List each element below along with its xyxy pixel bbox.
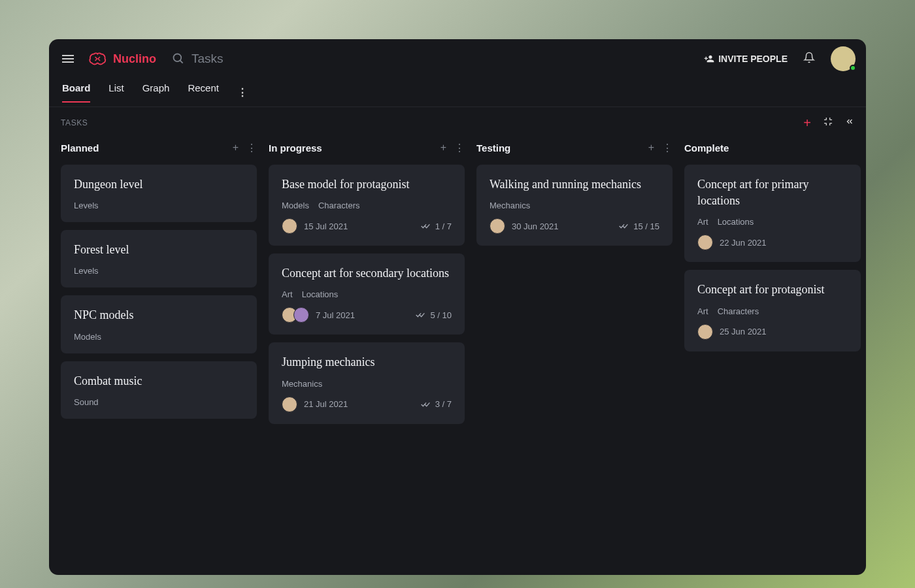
- assignee-avatars: [282, 307, 309, 323]
- card-date: 21 Jul 2021: [304, 399, 348, 409]
- tab-board[interactable]: Board: [62, 82, 90, 103]
- tab-list[interactable]: List: [108, 82, 124, 103]
- card-footer: 25 Jun 2021: [697, 324, 848, 340]
- column: In progress+⋮Base model for protagonistM…: [269, 139, 465, 563]
- card-footer: 21 Jul 20213 / 7: [282, 397, 452, 412]
- card-tag: Models: [282, 201, 309, 210]
- column-add-button[interactable]: +: [648, 142, 654, 154]
- card-tag: Models: [74, 332, 101, 342]
- card-tags: Mechanics: [490, 201, 659, 210]
- card-tag: Art: [697, 306, 708, 316]
- column: CompleteConcept art for primary location…: [684, 139, 861, 563]
- card-tag: Characters: [718, 306, 759, 316]
- progress-text: 15 / 15: [633, 221, 659, 231]
- notifications-button[interactable]: [799, 48, 819, 70]
- task-card[interactable]: Concept art for secondary locationsArtLo…: [269, 253, 465, 335]
- card-footer: 7 Jul 20215 / 10: [282, 307, 452, 323]
- card-footer-left: 21 Jul 2021: [282, 397, 348, 412]
- progress-text: 1 / 7: [435, 221, 452, 231]
- task-card[interactable]: NPC modelsModels: [61, 295, 257, 353]
- task-card[interactable]: Concept art for protagonistArtCharacters…: [684, 270, 861, 351]
- assignee-avatar: [293, 307, 309, 323]
- tab-overflow-menu[interactable]: ⋮: [237, 86, 248, 99]
- collapse-panel-button[interactable]: [845, 117, 854, 129]
- card-progress: 15 / 15: [619, 221, 659, 231]
- card-title: Concept art for protagonist: [697, 282, 848, 298]
- checklist-icon: [421, 222, 431, 230]
- progress-text: 3 / 7: [435, 399, 452, 409]
- checklist-icon: [416, 311, 426, 319]
- card-footer-left: 25 Jun 2021: [697, 324, 767, 340]
- board-columns: Planned+⋮Dungeon levelLevelsForest level…: [49, 139, 866, 575]
- tab-graph[interactable]: Graph: [142, 82, 170, 103]
- column: Testing+⋮Walking and running mechanicsMe…: [476, 139, 673, 563]
- card-tag: Sound: [74, 397, 99, 407]
- task-card[interactable]: Jumping mechanicsMechanics21 Jul 20213 /…: [269, 342, 465, 423]
- assignee-avatar: [697, 324, 713, 340]
- card-tag: Mechanics: [490, 201, 530, 210]
- column-header: Testing+⋮: [476, 139, 673, 157]
- column-add-button[interactable]: +: [233, 142, 239, 154]
- assignee-avatars: [282, 218, 297, 234]
- card-tag: Characters: [318, 201, 360, 210]
- assignee-avatars: [697, 235, 713, 250]
- task-card[interactable]: Combat musicSound: [61, 361, 257, 419]
- column-actions: +⋮: [648, 142, 673, 154]
- column-actions: +⋮: [233, 142, 257, 154]
- brand-name: Nuclino: [113, 52, 156, 66]
- card-footer: 30 Jun 202115 / 15: [490, 218, 659, 234]
- search-placeholder: Tasks: [191, 52, 224, 66]
- card-date: 25 Jun 2021: [720, 327, 767, 336]
- card-title: NPC models: [74, 307, 244, 323]
- board-title: TASKS: [61, 118, 88, 127]
- board-subheader: TASKS +: [49, 107, 866, 139]
- column-header: Complete: [684, 139, 861, 157]
- card-tags: Levels: [74, 266, 244, 276]
- card-title: Jumping mechanics: [282, 354, 452, 370]
- card-tag: Mechanics: [282, 379, 322, 389]
- profile-avatar[interactable]: [831, 46, 856, 71]
- search-button[interactable]: Tasks: [172, 52, 224, 66]
- card-footer-left: 22 Jun 2021: [697, 235, 767, 250]
- task-card[interactable]: Base model for protagonistModelsCharacte…: [269, 165, 465, 246]
- card-tags: Mechanics: [282, 379, 452, 389]
- menu-icon[interactable]: [59, 52, 76, 65]
- column-title: In progress: [269, 142, 322, 154]
- card-tags: ArtCharacters: [697, 306, 848, 316]
- card-progress: 1 / 7: [421, 221, 452, 231]
- card-tag: Locations: [302, 289, 339, 299]
- card-tags: Sound: [74, 397, 244, 407]
- column-add-button[interactable]: +: [441, 142, 446, 154]
- column-title: Complete: [684, 142, 729, 154]
- tab-list-label: List: [108, 82, 124, 93]
- card-footer-left: 7 Jul 2021: [282, 307, 355, 323]
- task-card[interactable]: Dungeon levelLevels: [61, 165, 257, 222]
- checklist-icon: [619, 222, 629, 230]
- card-title: Walking and running mechanics: [490, 176, 659, 193]
- invite-button[interactable]: INVITE PEOPLE: [704, 54, 788, 64]
- card-date: 22 Jun 2021: [720, 238, 767, 248]
- card-tag: Art: [282, 289, 293, 299]
- column-menu-button[interactable]: ⋮: [246, 142, 257, 154]
- task-card[interactable]: Walking and running mechanicsMechanics30…: [476, 165, 673, 246]
- view-tabs: Board List Graph Recent ⋮: [49, 78, 866, 107]
- card-tag: Art: [697, 217, 708, 227]
- column-title: Planned: [61, 142, 99, 154]
- assignee-avatar: [490, 218, 505, 234]
- task-card[interactable]: Concept art for primary locationsArtLoca…: [684, 165, 861, 262]
- assignee-avatars: [282, 397, 297, 412]
- tab-recent[interactable]: Recent: [188, 82, 219, 103]
- collapse-icon[interactable]: [823, 116, 833, 129]
- column-menu-button[interactable]: ⋮: [454, 142, 465, 154]
- add-item-button[interactable]: +: [803, 116, 811, 131]
- app-window: Nuclino Tasks INVITE PEOPLE Board Lis: [49, 39, 866, 575]
- task-card[interactable]: Forest levelLevels: [61, 230, 257, 287]
- column-title: Testing: [476, 142, 510, 154]
- topbar: Nuclino Tasks INVITE PEOPLE: [49, 39, 866, 78]
- card-progress: 5 / 10: [416, 310, 452, 320]
- assignee-avatar: [282, 218, 297, 234]
- card-title: Concept art for secondary locations: [282, 265, 452, 282]
- column-menu-button[interactable]: ⋮: [662, 142, 673, 154]
- svg-point-0: [174, 54, 182, 62]
- brand-logo[interactable]: Nuclino: [88, 51, 156, 67]
